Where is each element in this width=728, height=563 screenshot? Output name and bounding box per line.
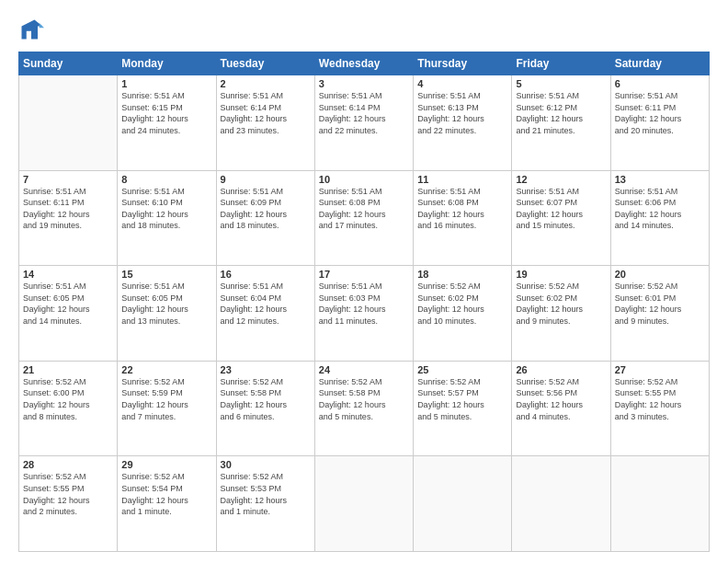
day-number: 27 <box>615 364 705 375</box>
day-number: 20 <box>615 269 705 280</box>
calendar-cell: 5Sunrise: 5:51 AM Sunset: 6:12 PM Daylig… <box>512 75 610 171</box>
day-number: 3 <box>319 78 409 89</box>
day-number: 15 <box>121 269 211 280</box>
calendar-cell: 28Sunrise: 5:52 AM Sunset: 5:55 PM Dayli… <box>19 456 118 552</box>
col-header-wednesday: Wednesday <box>314 52 413 75</box>
day-number: 4 <box>417 78 507 89</box>
day-number: 2 <box>221 78 311 89</box>
day-number: 24 <box>319 364 409 375</box>
calendar-cell: 23Sunrise: 5:52 AM Sunset: 5:58 PM Dayli… <box>216 361 314 456</box>
day-number: 17 <box>319 269 409 280</box>
day-info: Sunrise: 5:51 AM Sunset: 6:08 PM Dayligh… <box>417 186 507 232</box>
day-info: Sunrise: 5:51 AM Sunset: 6:05 PM Dayligh… <box>121 281 211 327</box>
calendar-cell <box>314 456 413 552</box>
svg-marker-1 <box>40 23 44 28</box>
calendar-cell: 1Sunrise: 5:51 AM Sunset: 6:15 PM Daylig… <box>118 75 216 171</box>
logo-icon <box>18 17 44 42</box>
day-info: Sunrise: 5:52 AM Sunset: 6:00 PM Dayligh… <box>23 376 113 422</box>
day-number: 23 <box>221 364 311 375</box>
day-info: Sunrise: 5:51 AM Sunset: 6:13 PM Dayligh… <box>417 90 507 136</box>
day-info: Sunrise: 5:52 AM Sunset: 6:02 PM Dayligh… <box>417 281 507 327</box>
day-number: 1 <box>121 78 211 89</box>
calendar-cell: 2Sunrise: 5:51 AM Sunset: 6:14 PM Daylig… <box>216 75 314 171</box>
calendar-cell: 19Sunrise: 5:52 AM Sunset: 6:02 PM Dayli… <box>512 266 610 362</box>
day-info: Sunrise: 5:52 AM Sunset: 6:01 PM Dayligh… <box>615 281 705 327</box>
day-info: Sunrise: 5:51 AM Sunset: 6:11 PM Dayligh… <box>23 186 113 232</box>
day-number: 21 <box>23 364 113 375</box>
day-info: Sunrise: 5:52 AM Sunset: 5:58 PM Dayligh… <box>221 376 311 422</box>
calendar-cell: 29Sunrise: 5:52 AM Sunset: 5:54 PM Dayli… <box>118 456 216 552</box>
calendar-cell: 17Sunrise: 5:51 AM Sunset: 6:03 PM Dayli… <box>314 266 413 362</box>
day-number: 8 <box>121 174 211 185</box>
day-info: Sunrise: 5:52 AM Sunset: 5:59 PM Dayligh… <box>121 376 211 422</box>
day-number: 5 <box>516 78 606 89</box>
day-number: 6 <box>615 78 705 89</box>
col-header-thursday: Thursday <box>414 52 512 75</box>
calendar-table: SundayMondayTuesdayWednesdayThursdayFrid… <box>18 52 710 552</box>
day-info: Sunrise: 5:51 AM Sunset: 6:07 PM Dayligh… <box>516 186 606 232</box>
calendar-cell <box>610 456 709 552</box>
day-number: 13 <box>615 174 705 185</box>
header <box>18 17 710 42</box>
day-info: Sunrise: 5:51 AM Sunset: 6:15 PM Dayligh… <box>121 90 211 136</box>
calendar-cell: 8Sunrise: 5:51 AM Sunset: 6:10 PM Daylig… <box>118 170 216 266</box>
col-header-saturday: Saturday <box>610 52 709 75</box>
day-number: 26 <box>516 364 606 375</box>
calendar-cell: 15Sunrise: 5:51 AM Sunset: 6:05 PM Dayli… <box>118 266 216 362</box>
day-number: 19 <box>516 269 606 280</box>
day-number: 18 <box>417 269 507 280</box>
day-info: Sunrise: 5:52 AM Sunset: 5:55 PM Dayligh… <box>615 376 705 422</box>
col-header-sunday: Sunday <box>19 52 118 75</box>
calendar-cell <box>414 456 512 552</box>
calendar-cell: 9Sunrise: 5:51 AM Sunset: 6:09 PM Daylig… <box>216 170 314 266</box>
day-info: Sunrise: 5:52 AM Sunset: 6:02 PM Dayligh… <box>516 281 606 327</box>
calendar-cell: 30Sunrise: 5:52 AM Sunset: 5:53 PM Dayli… <box>216 456 314 552</box>
calendar-cell: 26Sunrise: 5:52 AM Sunset: 5:56 PM Dayli… <box>512 361 610 456</box>
calendar-cell: 13Sunrise: 5:51 AM Sunset: 6:06 PM Dayli… <box>610 170 709 266</box>
calendar-cell: 11Sunrise: 5:51 AM Sunset: 6:08 PM Dayli… <box>414 170 512 266</box>
logo <box>18 17 48 42</box>
calendar-cell: 25Sunrise: 5:52 AM Sunset: 5:57 PM Dayli… <box>414 361 512 456</box>
day-info: Sunrise: 5:52 AM Sunset: 5:55 PM Dayligh… <box>23 471 113 517</box>
day-number: 22 <box>121 364 211 375</box>
calendar-cell: 18Sunrise: 5:52 AM Sunset: 6:02 PM Dayli… <box>414 266 512 362</box>
day-info: Sunrise: 5:52 AM Sunset: 5:58 PM Dayligh… <box>319 376 409 422</box>
day-number: 9 <box>221 174 311 185</box>
day-number: 29 <box>121 459 211 470</box>
day-info: Sunrise: 5:51 AM Sunset: 6:05 PM Dayligh… <box>23 281 113 327</box>
calendar-cell: 24Sunrise: 5:52 AM Sunset: 5:58 PM Dayli… <box>314 361 413 456</box>
calendar-cell: 3Sunrise: 5:51 AM Sunset: 6:14 PM Daylig… <box>314 75 413 171</box>
calendar-cell <box>19 75 118 171</box>
day-info: Sunrise: 5:51 AM Sunset: 6:10 PM Dayligh… <box>121 186 211 232</box>
day-number: 28 <box>23 459 113 470</box>
col-header-tuesday: Tuesday <box>216 52 314 75</box>
calendar-cell: 6Sunrise: 5:51 AM Sunset: 6:11 PM Daylig… <box>610 75 709 171</box>
day-number: 11 <box>417 174 507 185</box>
day-number: 14 <box>23 269 113 280</box>
page: SundayMondayTuesdayWednesdayThursdayFrid… <box>0 0 728 563</box>
calendar-cell <box>512 456 610 552</box>
calendar-cell: 16Sunrise: 5:51 AM Sunset: 6:04 PM Dayli… <box>216 266 314 362</box>
calendar-cell: 10Sunrise: 5:51 AM Sunset: 6:08 PM Dayli… <box>314 170 413 266</box>
calendar-cell: 27Sunrise: 5:52 AM Sunset: 5:55 PM Dayli… <box>610 361 709 456</box>
day-number: 25 <box>417 364 507 375</box>
calendar-cell: 21Sunrise: 5:52 AM Sunset: 6:00 PM Dayli… <box>19 361 118 456</box>
day-number: 16 <box>221 269 311 280</box>
day-number: 30 <box>221 459 311 470</box>
svg-marker-0 <box>22 20 43 40</box>
calendar-cell: 7Sunrise: 5:51 AM Sunset: 6:11 PM Daylig… <box>19 170 118 266</box>
day-info: Sunrise: 5:51 AM Sunset: 6:08 PM Dayligh… <box>319 186 409 232</box>
day-info: Sunrise: 5:51 AM Sunset: 6:04 PM Dayligh… <box>221 281 311 327</box>
calendar-cell: 22Sunrise: 5:52 AM Sunset: 5:59 PM Dayli… <box>118 361 216 456</box>
calendar-cell: 12Sunrise: 5:51 AM Sunset: 6:07 PM Dayli… <box>512 170 610 266</box>
day-info: Sunrise: 5:51 AM Sunset: 6:06 PM Dayligh… <box>615 186 705 232</box>
day-info: Sunrise: 5:52 AM Sunset: 5:56 PM Dayligh… <box>516 376 606 422</box>
col-header-friday: Friday <box>512 52 610 75</box>
day-info: Sunrise: 5:51 AM Sunset: 6:12 PM Dayligh… <box>516 90 606 136</box>
day-info: Sunrise: 5:52 AM Sunset: 5:54 PM Dayligh… <box>121 471 211 517</box>
day-number: 10 <box>319 174 409 185</box>
day-number: 7 <box>23 174 113 185</box>
day-info: Sunrise: 5:52 AM Sunset: 5:57 PM Dayligh… <box>417 376 507 422</box>
calendar-cell: 20Sunrise: 5:52 AM Sunset: 6:01 PM Dayli… <box>610 266 709 362</box>
day-info: Sunrise: 5:51 AM Sunset: 6:11 PM Dayligh… <box>615 90 705 136</box>
